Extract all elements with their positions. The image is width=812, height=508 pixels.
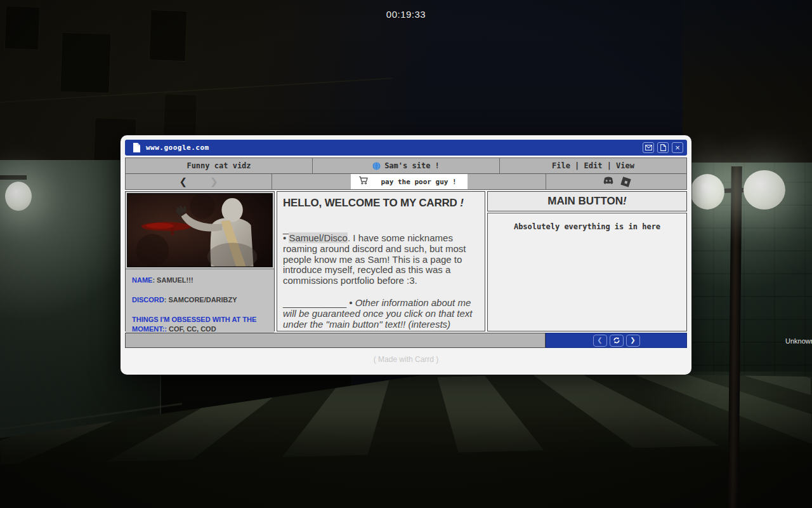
tab-sams-site[interactable]: Sam's site ! (313, 158, 500, 173)
page-icon (133, 143, 141, 152)
tab-label: Funny cat vidz (187, 161, 251, 170)
main-button-body: Absolutely everything is in here (487, 213, 687, 331)
tab-bar: Funny cat vidz Sam's site ! File | Edit … (125, 157, 687, 173)
forward-button[interactable]: ❯ (210, 177, 218, 187)
status-bar (125, 333, 546, 348)
page-content: NAME: SAMUEL!!! DISCORD: SAMCORE/DARIBZY… (125, 191, 687, 331)
titlebar[interactable]: www.google.com × (125, 140, 687, 156)
tab-file-edit-view[interactable]: File | Edit | View (500, 158, 686, 173)
back-button[interactable]: ❮ (179, 177, 187, 187)
new-page-button[interactable] (657, 142, 669, 153)
tab-funny-cat-vidz[interactable]: Funny cat vidz (126, 158, 313, 173)
profile-image (127, 193, 273, 267)
globe-icon (372, 162, 381, 170)
divider-rule: ________________________________________ (283, 211, 479, 220)
refresh-button[interactable] (610, 335, 624, 347)
tab-label: Sam's site ! (384, 161, 440, 170)
pay-label: pay the poor guy ! (381, 178, 457, 186)
pager-back-button[interactable]: ❮ (593, 335, 607, 347)
about-heading: HELLO, WELCOME TO MY CARRD ! (283, 197, 479, 210)
profile-row-obsessions: THINGS I'M OBSESSED WITH AT THE MOMENT::… (132, 315, 268, 334)
page-glyph-icon (660, 144, 666, 151)
main-button-panel: MAIN BUTTON ! Absolutely everything is i… (487, 191, 687, 331)
mail-button[interactable] (643, 142, 654, 153)
about-intro: • Samuel/Disco. I have some nicknames ro… (283, 233, 479, 286)
url-text: www.google.com (146, 144, 209, 152)
pager-bar: ❮ ❯ (546, 333, 687, 348)
main-button[interactable]: MAIN BUTTON ! (487, 191, 687, 211)
profile-row-name: NAME: SAMUEL!!! (132, 276, 268, 285)
browser-window: www.google.com × Funny cat vidz Sam's si… (121, 135, 691, 375)
profile-row-discord: DISCORD: SAMCORE/DARIBZY (132, 295, 268, 305)
nav-bar: ❮ ❯ pay the poor guy ! (125, 173, 687, 190)
timer: 00:19:33 (0, 9, 812, 20)
refresh-icon (613, 337, 620, 344)
about-panel: HELLO, WELCOME TO MY CARRD ! ___________… (277, 191, 485, 331)
pay-button[interactable]: pay the poor guy ! (351, 174, 468, 189)
pager-forward-button[interactable]: ❯ (626, 335, 640, 347)
profile-panel: NAME: SAMUEL!!! DISCORD: SAMCORE/DARIBZY… (125, 191, 275, 331)
about-more: ____________ • Other information about m… (283, 298, 479, 330)
cart-icon (358, 176, 369, 187)
bottom-bar: ❮ ❯ (125, 333, 687, 348)
close-icon: × (675, 144, 680, 152)
mail-icon (645, 145, 652, 150)
discord-icon[interactable] (603, 176, 614, 187)
tab-label: File | Edit | View (552, 161, 634, 170)
carrd-credit[interactable]: ( Made with Carrd ) (125, 355, 687, 364)
divider-rule: ________________________________________ (283, 288, 479, 297)
corner-label: Unknown - (785, 337, 812, 345)
highlighted-name: Samuel/Disco (289, 232, 348, 243)
roblox-icon[interactable] (620, 177, 631, 187)
close-button[interactable]: × (672, 142, 683, 153)
